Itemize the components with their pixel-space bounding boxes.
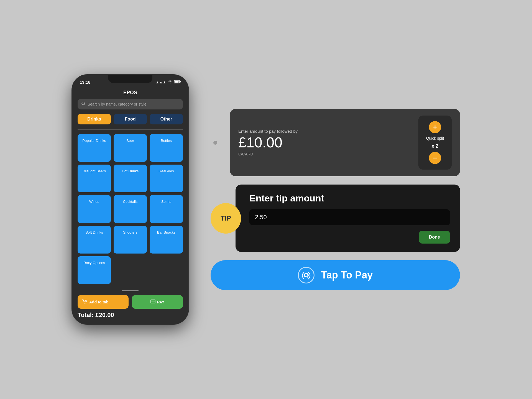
battery-icon — [174, 80, 181, 84]
search-bar[interactable]: Search by name, category or style — [78, 99, 183, 109]
tip-row: TIP Enter tip amount 2.50 Done — [211, 185, 460, 252]
menu-grid: Popular Drinks Beer Bottles Draught Beer… — [78, 134, 183, 284]
pay-button[interactable]: PAY — [132, 295, 183, 309]
phone-notch — [108, 75, 152, 83]
pay-label: PAY — [157, 300, 164, 304]
tab-food[interactable]: Food — [114, 114, 147, 124]
svg-rect-9 — [151, 301, 155, 301]
svg-rect-1 — [180, 81, 181, 82]
payment-info: Enter amount to pay followed by £10.00 C… — [238, 129, 298, 156]
split-plus-button[interactable]: + — [429, 121, 441, 133]
tip-circle: TIP — [211, 203, 241, 234]
svg-point-3 — [82, 102, 85, 105]
payment-label: Enter amount to pay followed by — [238, 129, 298, 134]
phone-content: EPOS Search by name, category or style — [72, 87, 188, 287]
svg-text:+: + — [85, 299, 86, 302]
split-multiplier: x 2 — [431, 143, 438, 149]
category-tabs: Drinks Food Other — [78, 114, 183, 124]
menu-btn-hot-drinks[interactable]: Hot Drinks — [114, 165, 147, 192]
menu-btn-shooters[interactable]: Shooters — [114, 226, 147, 254]
phone-bottom: + Add to tab — [72, 287, 188, 324]
menu-btn-bottles[interactable]: Bottles — [150, 134, 183, 162]
menu-btn-soft-drinks[interactable]: Soft Drinks — [78, 226, 111, 254]
menu-btn-spirits[interactable]: Spirits — [150, 195, 183, 223]
phone-wrapper: 13:18 ▲▲▲ — [72, 75, 188, 324]
phone-frame: 13:18 ▲▲▲ — [72, 75, 188, 324]
menu-btn-cocktails[interactable]: Cocktails — [114, 195, 147, 223]
split-minus-button[interactable]: − — [429, 152, 441, 164]
svg-rect-10 — [151, 302, 152, 302]
tap-to-pay-label: Tap To Pay — [321, 269, 373, 281]
tab-drinks[interactable]: Drinks — [78, 114, 111, 124]
svg-point-6 — [86, 303, 86, 304]
menu-btn-real-ales[interactable]: Real Ales — [150, 165, 183, 192]
main-container: 13:18 ▲▲▲ — [72, 75, 460, 324]
status-time: 13:18 — [80, 80, 90, 85]
tip-input[interactable]: 2.50 — [249, 209, 450, 225]
phone-screen: 13:18 ▲▲▲ — [72, 75, 188, 324]
payment-amount: £10.00 — [238, 135, 298, 150]
menu-btn-bar-snacks[interactable]: Bar Snacks — [150, 226, 183, 254]
quick-split-label: Quick split — [426, 136, 444, 140]
tab-other[interactable]: Other — [150, 114, 183, 124]
menu-btn-draught-beers[interactable]: Draught Beers — [78, 165, 111, 192]
action-buttons: + Add to tab — [78, 295, 183, 309]
wifi-icon — [168, 80, 172, 84]
add-to-tab-button[interactable]: + Add to tab — [78, 295, 129, 309]
signal-icon: ▲▲▲ — [155, 80, 166, 84]
status-icons: ▲▲▲ — [155, 80, 181, 84]
svg-line-4 — [84, 104, 85, 105]
menu-btn-popular-drinks[interactable]: Popular Drinks — [78, 134, 111, 162]
right-panel: Enter amount to pay followed by £10.00 C… — [211, 109, 460, 290]
menu-btn-roxy-options[interactable]: Roxy Options — [78, 256, 111, 284]
divider — [78, 129, 183, 130]
svg-point-5 — [84, 303, 85, 304]
cart-icon: + — [82, 299, 88, 305]
quick-split: + Quick split x 2 − — [418, 116, 452, 170]
add-to-tab-label: Add to tab — [89, 300, 108, 304]
app-title: EPOS — [78, 90, 183, 96]
bottom-indicator — [122, 290, 139, 291]
pay-icon — [150, 300, 155, 304]
tap-pay-icon — [298, 267, 314, 283]
done-button[interactable]: Done — [419, 231, 450, 244]
svg-rect-8 — [151, 300, 155, 303]
small-dot — [213, 141, 217, 145]
payment-method: C/CARD — [238, 152, 298, 156]
menu-btn-beer[interactable]: Beer — [114, 134, 147, 162]
menu-btn-wines[interactable]: Wines — [78, 195, 111, 223]
svg-point-11 — [305, 273, 308, 277]
search-icon — [81, 102, 85, 107]
search-placeholder: Search by name, category or style — [88, 102, 146, 106]
tip-title: Enter tip amount — [249, 193, 450, 204]
svg-rect-2 — [175, 81, 179, 83]
tap-to-pay-button[interactable]: Tap To Pay — [211, 260, 460, 290]
tip-card: Enter tip amount 2.50 Done — [236, 185, 460, 252]
payment-card: Enter amount to pay followed by £10.00 C… — [230, 109, 460, 176]
total-amount: Total: £20.00 — [78, 311, 183, 319]
